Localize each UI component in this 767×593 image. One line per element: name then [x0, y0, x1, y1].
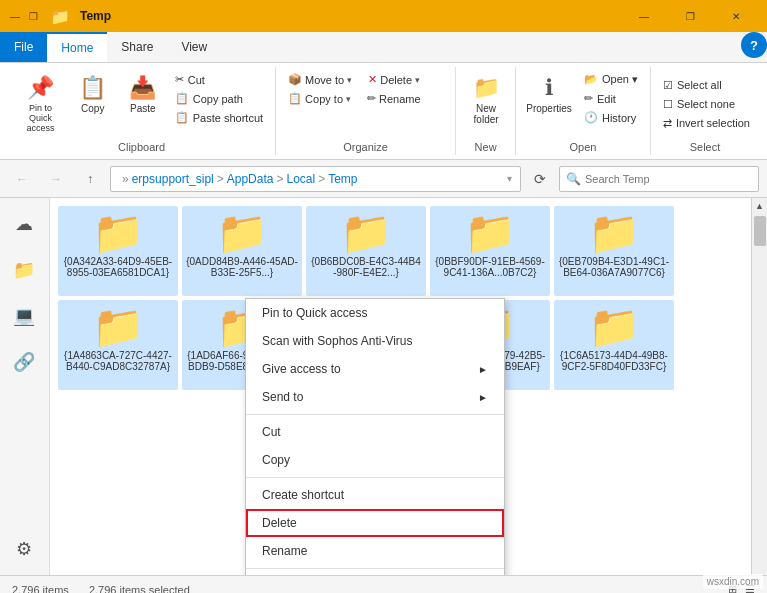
network-icon: 🔗: [13, 351, 35, 373]
pin-quick-access-button[interactable]: 📌 Pin to Quickaccess: [14, 71, 67, 137]
path-local[interactable]: Local: [286, 172, 315, 186]
new-folder-button[interactable]: 📁 Newfolder: [462, 71, 510, 129]
selected-count: 2,796 items selected: [89, 584, 190, 594]
ribbon-tabs: File Home Share View ?: [0, 32, 767, 62]
select-all-button[interactable]: ☑ Select all: [657, 77, 728, 94]
paste-button[interactable]: 📥 Paste: [119, 71, 167, 118]
forward-button[interactable]: →: [42, 166, 70, 192]
refresh-button[interactable]: ⟳: [527, 166, 553, 192]
left-panel-computer[interactable]: 💻: [2, 294, 46, 338]
new-label: New: [462, 137, 509, 153]
ctx-delete[interactable]: Delete: [246, 509, 504, 537]
path-sep3: >: [318, 172, 325, 186]
path-sep2: >: [276, 172, 283, 186]
back-button[interactable]: ←: [8, 166, 36, 192]
move-to-button[interactable]: 📦 Move to ▾: [282, 71, 358, 88]
minimize-button[interactable]: —: [621, 0, 667, 32]
select-none-button[interactable]: ☐ Select none: [657, 96, 741, 113]
folder-nav-icon: 📁: [13, 259, 35, 281]
path-dropdown-arrow[interactable]: ▾: [507, 173, 512, 184]
open-label: Open ▾: [602, 73, 638, 86]
restore-icon-small: ❐: [26, 9, 40, 23]
ctx-send-to[interactable]: Send to ►: [246, 383, 504, 411]
ctx-give-access[interactable]: Give access to ►: [246, 355, 504, 383]
select-group: ☑ Select all ☐ Select none ⇄ Invert sele…: [651, 67, 759, 155]
address-path[interactable]: » erpsupport_sipl > AppData > Local > Te…: [110, 166, 521, 192]
path-appdata[interactable]: AppData: [227, 172, 274, 186]
path-erpsupport[interactable]: erpsupport_sipl: [132, 172, 214, 186]
ctx-scan-label: Scan with Sophos Anti-Virus: [262, 334, 413, 348]
folder-2-icon: 📁: [340, 212, 392, 254]
file-area[interactable]: 📁 {0A342A33-64D9-45EB-8955-03EA6581DCA1}…: [50, 198, 751, 575]
properties-label: Properties: [526, 103, 572, 114]
tab-file[interactable]: File: [0, 32, 47, 62]
close-button[interactable]: ✕: [713, 0, 759, 32]
ctx-rename[interactable]: Rename: [246, 537, 504, 565]
ctx-properties[interactable]: Properties: [246, 572, 504, 575]
move-to-arrow: ▾: [347, 75, 352, 85]
scroll-thumb[interactable]: [754, 216, 766, 246]
folder-3-icon: 📁: [464, 212, 516, 254]
file-item-4[interactable]: 📁 {0EB709B4-E3D1-49C1-BE64-036A7A9077C6}: [554, 206, 674, 296]
ctx-scan-sophos[interactable]: Scan with Sophos Anti-Virus: [246, 327, 504, 355]
organize-buttons: 📦 Move to ▾ ✕ Delete ▾ 📋 Copy to ▾ ✏: [282, 69, 449, 137]
ctx-cut[interactable]: Cut: [246, 418, 504, 446]
settings-icon: ⚙: [16, 538, 32, 560]
path-temp[interactable]: Temp: [328, 172, 357, 186]
rename-button[interactable]: ✏ Rename: [361, 90, 427, 107]
copy-path-button[interactable]: 📋 Copy path: [169, 90, 269, 107]
organize-label: Organize: [282, 137, 449, 153]
up-button[interactable]: ↑: [76, 166, 104, 192]
clipboard-small-buttons: ✂ Cut 📋 Copy path 📋 Paste shortcut: [169, 71, 269, 126]
context-menu: Pin to Quick access Scan with Sophos Ant…: [245, 298, 505, 575]
edit-button[interactable]: ✏ Edit: [578, 90, 644, 107]
paste-shortcut-button[interactable]: 📋 Paste shortcut: [169, 109, 269, 126]
maximize-button[interactable]: ❐: [667, 0, 713, 32]
tab-home[interactable]: Home: [47, 32, 107, 62]
history-button[interactable]: 🕐 History: [578, 109, 644, 126]
file-item-1[interactable]: 📁 {0ADD84B9-A446-45AD-B33E-25F5...}: [182, 206, 302, 296]
window-controls[interactable]: — ❐ ✕: [621, 0, 759, 32]
copy-button[interactable]: 📋 Copy: [69, 71, 117, 118]
ctx-pin-label: Pin to Quick access: [262, 306, 367, 320]
open-button[interactable]: 📂 Open ▾: [578, 71, 644, 88]
file-item-9[interactable]: 📁 {1C6A5173-44D4-49B8-9CF2-5F8D40FD33FC}: [554, 300, 674, 390]
select-all-label: Select all: [677, 79, 722, 91]
history-icon: 🕐: [584, 111, 598, 124]
tab-share[interactable]: Share: [107, 32, 167, 62]
left-panel-cloud[interactable]: ☁: [2, 202, 46, 246]
copy-path-label: Copy path: [193, 93, 243, 105]
scroll-up-button[interactable]: ▲: [753, 198, 767, 214]
invert-selection-button[interactable]: ⇄ Invert selection: [657, 115, 756, 132]
ctx-pin-quick-access[interactable]: Pin to Quick access: [246, 299, 504, 327]
watermark: wsxdin.com: [703, 574, 763, 589]
ctx-rename-label: Rename: [262, 544, 307, 558]
search-input[interactable]: [585, 173, 752, 185]
cut-button[interactable]: ✂ Cut: [169, 71, 269, 88]
delete-button[interactable]: ✕ Delete ▾: [362, 71, 426, 88]
left-panel-settings[interactable]: ⚙: [2, 527, 46, 571]
minimize-icon-small: —: [8, 9, 22, 23]
help-button[interactable]: ?: [741, 32, 767, 58]
ctx-create-shortcut[interactable]: Create shortcut: [246, 481, 504, 509]
ctx-copy[interactable]: Copy: [246, 446, 504, 474]
file-item-2[interactable]: 📁 {0B6BDC0B-E4C3-44B4-980F-E4E2...}: [306, 206, 426, 296]
copy-to-button[interactable]: 📋 Copy to ▾: [282, 90, 357, 107]
left-panel: ☁ 📁 💻 🔗 ⚙: [0, 198, 50, 575]
file-item-5[interactable]: 📁 {1A4863CA-727C-4427-B440-C9AD8C32787A}: [58, 300, 178, 390]
properties-button[interactable]: ℹ Properties: [522, 71, 576, 118]
left-panel-network[interactable]: 🔗: [2, 340, 46, 384]
search-box[interactable]: 🔍: [559, 166, 759, 192]
file-item-3[interactable]: 📁 {0BBF90DF-91EB-4569-9C41-136A...0B7C2}: [430, 206, 550, 296]
search-icon: 🔍: [566, 172, 581, 186]
file-3-name: {0BBF90DF-91EB-4569-9C41-136A...0B7C2}: [434, 256, 546, 278]
move-to-icon: 📦: [288, 73, 302, 86]
left-panel-bottom: ⚙: [2, 527, 47, 571]
file-5-name: {1A4863CA-727C-4427-B440-C9AD8C32787A}: [62, 350, 174, 372]
organize-group: 📦 Move to ▾ ✕ Delete ▾ 📋 Copy to ▾ ✏: [276, 67, 456, 155]
tab-view[interactable]: View: [167, 32, 221, 62]
scrollbar[interactable]: ▲: [751, 198, 767, 575]
file-item-0[interactable]: 📁 {0A342A33-64D9-45EB-8955-03EA6581DCA1}: [58, 206, 178, 296]
path-chevron: »: [122, 172, 129, 186]
left-panel-folder[interactable]: 📁: [2, 248, 46, 292]
